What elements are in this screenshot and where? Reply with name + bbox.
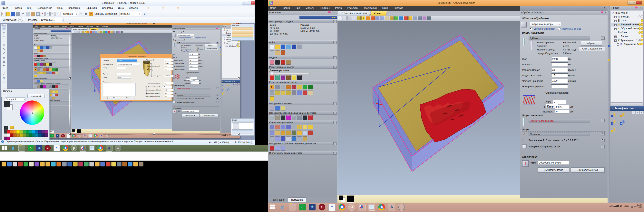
tool-icon[interactable]: [128, 162, 132, 166]
section-position-size[interactable]: Положение, размер, выравнивание векторов…: [33, 83, 71, 85]
tool-icon[interactable]: [418, 16, 422, 20]
color-swatch[interactable]: [26, 133, 29, 137]
param-input[interactable]: 1: [551, 62, 568, 66]
import-layer-icon[interactable]: ✳⟳: [620, 119, 626, 125]
tool-icon[interactable]: [275, 85, 280, 89]
taskbar-messenger[interactable]: [54, 145, 60, 151]
tool-icon[interactable]: [292, 136, 296, 141]
tray-expand-icon[interactable]: ▴: [221, 134, 222, 136]
tool-icon[interactable]: [40, 162, 45, 166]
volume-icon[interactable]: ◀): [619, 204, 622, 207]
tool-icon[interactable]: [292, 45, 296, 49]
paint-tool-icon[interactable]: ◆: [2, 64, 6, 68]
tool-icon[interactable]: [139, 162, 144, 166]
tool-icon[interactable]: [297, 75, 302, 80]
tool-icon[interactable]: [18, 162, 23, 166]
tool-icon[interactable]: [275, 45, 280, 49]
section-file[interactable]: Файл▲: [33, 44, 71, 46]
tool-icon[interactable]: [270, 106, 274, 111]
color-swatch[interactable]: [13, 133, 16, 137]
tree-expander-icon[interactable]: −: [614, 40, 616, 42]
tool-icon[interactable]: [46, 46, 49, 49]
tool-icon[interactable]: [385, 16, 389, 20]
tool-icon[interactable]: [46, 63, 49, 66]
tool-icon[interactable]: [55, 90, 58, 93]
tree-item-label[interactable]: Траектории: [621, 39, 634, 42]
tab-toolpaths[interactable]: Траектории: [268, 198, 287, 202]
color-swatch[interactable]: [4, 133, 7, 137]
tool-icon[interactable]: [37, 63, 40, 66]
color-swatch[interactable]: [7, 133, 10, 137]
tool-icon[interactable]: [281, 131, 285, 135]
color-swatch[interactable]: [32, 130, 35, 133]
select-tool-button[interactable]: Выбрать...: [581, 41, 602, 46]
favorites-bar[interactable]: ★ ▸: [300, 16, 337, 19]
tool-icon[interactable]: [43, 85, 46, 88]
menu-effects[interactable]: Эффекты: [84, 6, 99, 11]
taskbar-explorer[interactable]: [289, 204, 296, 211]
menu-model[interactable]: Модель: [53, 25, 60, 28]
taskbar-utorrent[interactable]: µ: [71, 145, 77, 151]
minimize-button[interactable]: –: [242, 1, 246, 5]
tool-icon[interactable]: [281, 115, 285, 120]
tool-icon[interactable]: [308, 91, 313, 95]
palette-file-icon[interactable]: [10, 126, 14, 129]
merge-down-button[interactable]: ↧: [636, 111, 639, 114]
merge-up-button[interactable]: ↥: [640, 111, 643, 114]
tool-icon[interactable]: [106, 162, 110, 166]
color-swatch[interactable]: [16, 133, 20, 137]
tool-icon[interactable]: [297, 45, 302, 49]
paint-tool-icon[interactable]: ◎: [2, 43, 6, 47]
tool-icon[interactable]: [26, 12, 30, 16]
tool-icon[interactable]: [34, 72, 37, 74]
tool-icon[interactable]: [43, 68, 46, 71]
project-tree-item[interactable]: A(Без имени): [611, 11, 644, 15]
tab-close-icon[interactable]: x: [382, 11, 384, 16]
tool-icon[interactable]: [275, 115, 280, 120]
tool-icon[interactable]: [270, 146, 274, 151]
taskbar-paintnet[interactable]: [80, 145, 86, 151]
menu-view[interactable]: Вид: [47, 25, 52, 28]
color-swatch[interactable]: [16, 130, 20, 133]
tool-icon[interactable]: [292, 131, 296, 135]
taskbar-store[interactable]: [28, 145, 34, 151]
taskbar-viewer[interactable]: [368, 204, 375, 210]
paint-tool-icon[interactable]: ✐: [2, 51, 6, 55]
tool-icon[interactable]: [52, 68, 55, 71]
tool-icon[interactable]: [270, 131, 274, 135]
primary-color-swatch[interactable]: [339, 195, 343, 200]
maximize-button[interactable]: ❒: [246, 1, 251, 5]
tool-icon[interactable]: [117, 162, 122, 166]
tool-icon[interactable]: [270, 115, 274, 120]
tool-icon[interactable]: [286, 60, 291, 65]
taskbar-chrome2[interactable]: [378, 204, 385, 210]
allowance-input[interactable]: 0: [555, 110, 569, 114]
tool-icon[interactable]: [275, 75, 280, 80]
tool-icon[interactable]: [286, 45, 291, 49]
section-model[interactable]: Модель▲: [33, 52, 71, 54]
tree-item-label[interactable]: Растр: [621, 19, 627, 22]
tree-item-label[interactable]: Шаблон: [618, 31, 627, 34]
paint-tool-icon[interactable]: ╱: [2, 72, 6, 76]
tool-icon[interactable]: [100, 162, 105, 166]
section-raster-edit[interactable]: Редактирование растра▲: [268, 65, 337, 69]
tool-icon[interactable]: [37, 80, 40, 82]
menu-vectors[interactable]: Векторы: [318, 6, 332, 10]
visibility-bulb-icon[interactable]: [641, 39, 643, 41]
visibility-bulb-icon[interactable]: [641, 43, 643, 45]
taskbar-artcam[interactable]: A: [106, 145, 112, 151]
tool-icon[interactable]: [50, 72, 52, 74]
color-swatch[interactable]: [7, 130, 10, 133]
project-tree-item[interactable]: +▱Листы: [611, 34, 644, 38]
tool-icon[interactable]: [292, 91, 296, 95]
tool-icon[interactable]: [275, 91, 280, 95]
brush-diameter-slider[interactable]: [270, 73, 310, 74]
rough-tool-select[interactable]: Нажмите для выбора...: [528, 119, 590, 123]
tool-icon[interactable]: [376, 16, 380, 20]
menu-view[interactable]: Вид: [293, 6, 302, 10]
tool-icon[interactable]: [302, 115, 307, 120]
tool-icon[interactable]: [34, 46, 37, 49]
taskbar-appa[interactable]: A: [398, 204, 405, 210]
tool-icon[interactable]: [43, 46, 46, 49]
section-model-info[interactable]: Информация о модели▲: [33, 33, 71, 35]
